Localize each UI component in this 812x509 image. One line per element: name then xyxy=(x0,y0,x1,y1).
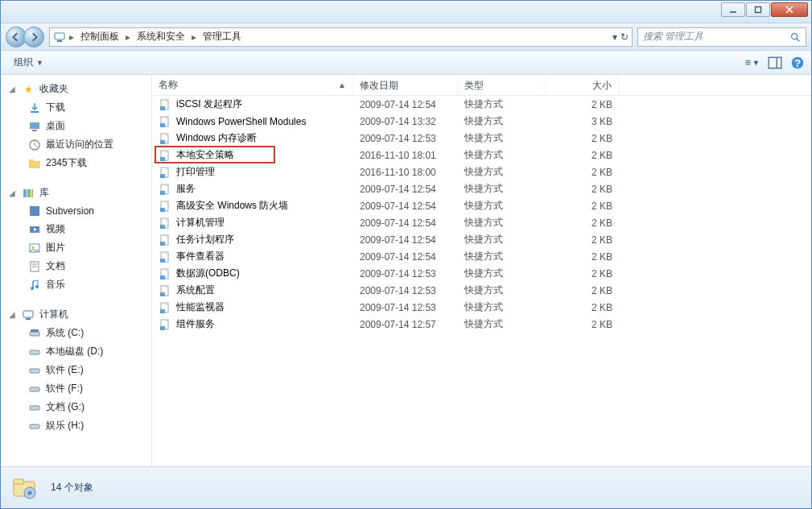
file-name: 事件查看器 xyxy=(176,250,225,263)
sidebar-item-label: 下载 xyxy=(46,101,65,114)
libraries-label: 库 xyxy=(39,186,49,200)
explorer-window: ▸ 控制面板 ▸ 系统和安全 ▸ 管理工具 ▾ ↻ 搜索 管理工具 组织 ▼ ▼… xyxy=(0,0,812,509)
sidebar-item-label: 软件 (F:) xyxy=(46,382,83,395)
svg-rect-66 xyxy=(160,309,165,313)
svg-point-72 xyxy=(28,490,32,495)
recent-icon xyxy=(28,139,41,151)
file-date: 2009-07-14 12:54 xyxy=(353,97,458,112)
file-row[interactable]: 组件服务2009-07-14 12:57快捷方式2 KB xyxy=(152,316,811,333)
file-name: 计算机管理 xyxy=(176,216,225,230)
view-mode-button[interactable]: ▼ xyxy=(745,56,760,70)
file-type: 快捷方式 xyxy=(458,130,546,147)
svg-rect-9 xyxy=(769,57,781,68)
chevron-down-icon: ▼ xyxy=(36,59,43,67)
file-size: 2 KB xyxy=(546,199,619,213)
forward-button[interactable] xyxy=(23,27,44,48)
column-date[interactable]: 修改日期 xyxy=(353,75,458,95)
svg-point-30 xyxy=(31,287,34,290)
svg-rect-21 xyxy=(31,189,33,197)
file-row[interactable]: 高级安全 Windows 防火墙2009-07-14 12:54快捷方式2 KB xyxy=(152,197,811,214)
file-name: iSCSI 发起程序 xyxy=(176,97,242,111)
file-row[interactable]: 计算机管理2009-07-14 12:54快捷方式2 KB xyxy=(152,214,811,231)
sidebar-item[interactable]: 最近访问的位置 xyxy=(1,135,151,154)
favorites-header[interactable]: ◢★收藏夹 xyxy=(1,80,151,98)
file-row[interactable]: 性能监视器2009-07-14 12:53快捷方式2 KB xyxy=(152,299,811,316)
svg-rect-19 xyxy=(23,189,27,197)
file-row[interactable]: Windows PowerShell Modules2009-07-14 13:… xyxy=(152,113,811,130)
preview-pane-button[interactable] xyxy=(768,56,782,70)
column-size[interactable]: 大小 xyxy=(546,75,619,95)
star-icon: ★ xyxy=(22,83,35,96)
shortcut-icon xyxy=(159,301,171,314)
sidebar-item[interactable]: 桌面 xyxy=(1,117,151,135)
sort-asc-icon: ▲ xyxy=(338,81,346,89)
file-row[interactable]: Windows 内存诊断2009-07-14 12:53快捷方式2 KB xyxy=(152,130,811,147)
file-row[interactable]: 打印管理2016-11-10 18:00快捷方式2 KB xyxy=(152,163,811,180)
svg-rect-35 xyxy=(31,329,39,332)
file-row[interactable]: 本地安全策略2016-11-10 18:01快捷方式2 KB xyxy=(152,147,811,163)
address-field[interactable]: ▸ 控制面板 ▸ 系统和安全 ▸ 管理工具 ▾ ↻ xyxy=(49,27,633,47)
file-type: 快捷方式 xyxy=(458,197,546,214)
collapse-icon: ◢ xyxy=(9,85,17,93)
svg-rect-3 xyxy=(57,40,62,42)
computer-header[interactable]: ◢计算机 xyxy=(1,305,151,324)
file-date: 2009-07-14 12:54 xyxy=(353,250,458,264)
svg-rect-62 xyxy=(160,275,165,279)
shortcut-icon xyxy=(159,250,171,263)
file-size: 2 KB xyxy=(546,300,619,315)
sidebar-item-label: 系统 (C:) xyxy=(46,326,84,340)
organize-menu[interactable]: 组织 ▼ xyxy=(7,53,50,72)
sidebar-item[interactable]: 软件 (F:) xyxy=(1,379,151,398)
sidebar-item[interactable]: 系统 (C:) xyxy=(1,324,151,342)
svg-rect-54 xyxy=(160,208,165,212)
breadcrumb-item[interactable]: 控制面板 xyxy=(77,28,122,45)
sidebar-item[interactable]: 音乐 xyxy=(1,275,151,294)
sidebar-item[interactable]: 文档 (G:) xyxy=(1,398,151,416)
file-type: 快捷方式 xyxy=(458,265,546,282)
sidebar-item[interactable]: 视频 xyxy=(1,220,151,238)
file-row[interactable]: iSCSI 发起程序2009-07-14 12:54快捷方式2 KB xyxy=(152,96,811,113)
breadcrumb-item[interactable]: 管理工具 xyxy=(200,28,245,45)
file-name: 服务 xyxy=(176,182,196,196)
sidebar-item-label: Subversion xyxy=(46,205,94,217)
file-row[interactable]: 事件查看器2009-07-14 12:54快捷方式2 KB xyxy=(152,248,811,265)
file-row[interactable]: 任务计划程序2009-07-14 12:54快捷方式2 KB xyxy=(152,231,811,248)
dropdown-icon[interactable]: ▾ xyxy=(612,31,617,43)
minimize-button[interactable] xyxy=(721,2,745,17)
breadcrumb-item[interactable]: 系统和安全 xyxy=(134,28,188,45)
file-row[interactable]: 数据源(ODBC)2009-07-14 12:53快捷方式2 KB xyxy=(152,265,811,282)
sidebar-item[interactable]: 图片 xyxy=(1,238,151,257)
sidebar-item[interactable]: 下载 xyxy=(1,98,151,117)
close-button[interactable] xyxy=(771,2,808,17)
search-input[interactable]: 搜索 管理工具 xyxy=(637,27,806,47)
file-row[interactable]: 服务2009-07-14 12:54快捷方式2 KB xyxy=(152,180,811,197)
sidebar-item[interactable]: 软件 (E:) xyxy=(1,361,151,379)
svg-line-5 xyxy=(797,38,800,41)
file-type: 快捷方式 xyxy=(458,163,546,180)
drive-icon xyxy=(28,401,41,414)
svg-rect-48 xyxy=(160,157,165,161)
svg-rect-52 xyxy=(160,191,165,195)
help-button[interactable]: ? xyxy=(790,56,805,70)
sidebar-item[interactable]: 文档 xyxy=(1,257,151,275)
file-row[interactable]: 系统配置2009-07-14 12:53快捷方式2 KB xyxy=(152,282,811,299)
file-date: 2009-07-14 12:54 xyxy=(353,199,458,213)
file-date: 2009-07-14 12:53 xyxy=(353,131,458,146)
sidebar-item[interactable]: Subversion xyxy=(1,202,151,220)
organize-label: 组织 xyxy=(14,56,33,69)
sidebar-item[interactable]: 本地磁盘 (D:) xyxy=(1,342,151,361)
maximize-button[interactable] xyxy=(746,2,770,17)
sidebar-item[interactable]: 2345下载 xyxy=(1,154,151,172)
file-name: Windows 内存诊断 xyxy=(176,131,257,145)
column-name[interactable]: 名称▲ xyxy=(152,75,353,95)
file-type: 快捷方式 xyxy=(458,231,546,248)
svg-rect-1 xyxy=(756,7,761,13)
svg-rect-34 xyxy=(30,332,39,336)
sidebar-item[interactable]: 娱乐 (H:) xyxy=(1,416,151,435)
libraries-header[interactable]: ◢库 xyxy=(1,184,151,202)
column-type[interactable]: 类型 xyxy=(458,75,546,95)
svg-point-4 xyxy=(792,33,798,39)
refresh-icon[interactable]: ↻ xyxy=(620,31,629,43)
file-size: 2 KB xyxy=(546,250,619,264)
file-type: 快捷方式 xyxy=(458,214,546,231)
